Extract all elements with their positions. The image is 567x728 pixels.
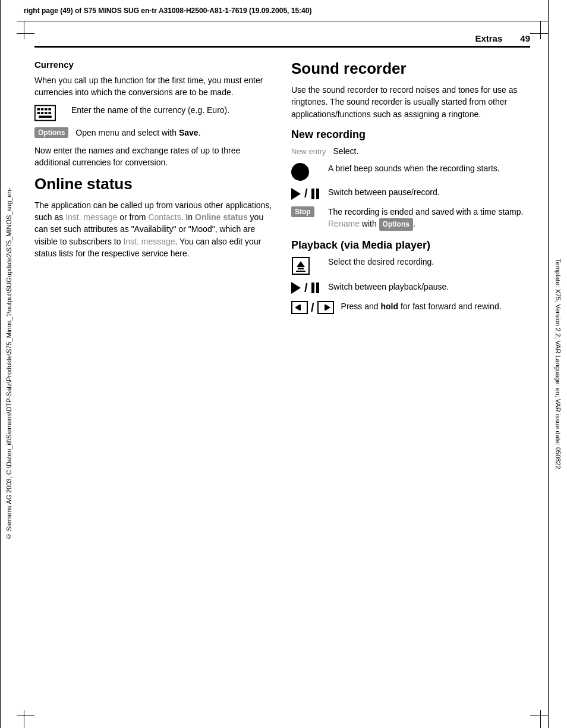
- svg-rect-13: [296, 271, 305, 272]
- online-status-heading: Online status: [34, 175, 273, 193]
- record-icon-cell: [291, 163, 321, 181]
- playback-play-pause-icons: /: [291, 281, 319, 295]
- playback-select-row: Select the desired recording.: [291, 256, 530, 275]
- options-badge: Options: [34, 127, 68, 138]
- page-header: Extras 49: [34, 33, 530, 48]
- svg-rect-3: [45, 108, 48, 110]
- upload-select-icon: [291, 256, 310, 275]
- svg-rect-5: [37, 112, 40, 114]
- record-circle-row: A brief beep sounds when the recording s…: [291, 163, 530, 181]
- pause-bar-right: [316, 189, 319, 199]
- slash-divider: /: [304, 187, 308, 200]
- playback-play-icon: [291, 282, 301, 294]
- ff-rew-text: Press and hold for fast forward and rewi…: [341, 301, 530, 313]
- sound-recorder-heading: Sound recorder: [291, 59, 530, 78]
- playback-play-pause-row: / Switch between playback/pause.: [291, 281, 530, 295]
- sidebar-left: © Siemens AG 2003, C:\Daten_itl\Siemens\…: [0, 0, 17, 728]
- page-number: 49: [520, 33, 530, 43]
- playback-heading: Playback (via Media player): [291, 239, 530, 252]
- play-icon: [291, 188, 301, 200]
- record-text: A brief beep sounds when the recording s…: [328, 163, 530, 175]
- svg-rect-8: [48, 112, 51, 114]
- pause-icon: [311, 189, 319, 199]
- page-header-title: Extras: [475, 33, 502, 43]
- stop-badge: Stop: [291, 206, 314, 217]
- stop-icon-cell: Stop: [291, 206, 321, 217]
- stop-text: The recording is ended and saved with a …: [328, 206, 530, 230]
- play-pause-row: / Switch between pause/record.: [291, 187, 530, 200]
- play-pause-icons: /: [291, 187, 319, 200]
- play-pause-icon-cell: /: [291, 187, 321, 200]
- playback-play-pause-text: Switch between playback/pause.: [328, 281, 530, 293]
- svg-marker-18: [326, 305, 330, 310]
- playback-pause-icon: [311, 283, 319, 293]
- svg-rect-4: [48, 108, 51, 110]
- currency-body2: Now enter the names and exchange rates o…: [34, 145, 273, 169]
- new-entry-text: Select.: [333, 146, 530, 158]
- svg-rect-6: [41, 112, 44, 114]
- new-entry-row: New entry Select.: [291, 146, 530, 158]
- keyboard-icon: [34, 105, 56, 121]
- currency-heading: Currency: [34, 59, 273, 70]
- top-bar: right page (49) of S75 MINOS SUG en-tr A…: [17, 0, 548, 21]
- sound-recorder-body: Use the sound recorder to record noises …: [291, 84, 530, 120]
- sidebar-left-text: © Siemens AG 2003, C:\Daten_itl\Siemens\…: [5, 188, 12, 540]
- ff-rew-slash: /: [311, 301, 314, 315]
- svg-rect-1: [37, 108, 40, 110]
- pause-bar-left: [311, 189, 314, 199]
- record-circle-icon: [291, 163, 309, 181]
- currency-keyboard-text: Enter the name of the currency (e.g. Eur…: [71, 105, 273, 117]
- new-recording-heading: New recording: [291, 128, 530, 141]
- svg-rect-9: [39, 115, 52, 118]
- playback-pause-bar-right: [316, 283, 319, 293]
- currency-body: When you call up the function for the fi…: [34, 74, 273, 99]
- left-column: Currency When you call up the function f…: [34, 59, 273, 321]
- options-button-cell: Options: [34, 127, 68, 138]
- currency-options-text: Open menu and select with Save.: [75, 127, 273, 139]
- fastforward-icon: [317, 301, 334, 314]
- stop-options-badge: Options: [379, 218, 413, 231]
- right-column: Sound recorder Use the sound recorder to…: [291, 59, 530, 321]
- ff-rew-icon-cell: /: [291, 301, 334, 315]
- svg-rect-12: [298, 268, 304, 269]
- top-bar-text: right page (49) of S75 MINOS SUG en-tr A…: [24, 7, 311, 15]
- svg-marker-15: [295, 305, 300, 310]
- keyboard-icon-cell: [34, 105, 64, 121]
- stop-row: Stop The recording is ended and saved wi…: [291, 206, 530, 230]
- currency-options-row: Options Open menu and select with Save.: [34, 127, 273, 139]
- sidebar-right: Template: X75, Version 2.2; VAR Language…: [548, 0, 567, 728]
- playback-play-pause-icon-cell: /: [291, 281, 321, 295]
- svg-rect-16: [300, 305, 301, 310]
- svg-rect-19: [325, 305, 326, 310]
- sidebar-right-text: Template: X75, Version 2.2; VAR Language…: [555, 259, 562, 469]
- play-pause-text: Switch between pause/record.: [328, 187, 530, 199]
- playback-select-icon-cell: [291, 256, 321, 275]
- playback-select-text: Select the desired recording.: [328, 256, 530, 268]
- ff-rew-row: / Press and hold for fast forward and re…: [291, 301, 530, 315]
- rewind-icon: [291, 301, 308, 314]
- playback-pause-bar-left: [311, 283, 314, 293]
- online-status-body: The application can be called up from va…: [34, 199, 273, 259]
- svg-rect-2: [41, 108, 44, 110]
- currency-keyboard-row: Enter the name of the currency (e.g. Eur…: [34, 105, 273, 121]
- main-content: Extras 49 Currency When you call up the …: [29, 21, 536, 716]
- two-column-layout: Currency When you call up the function f…: [34, 59, 530, 321]
- svg-marker-11: [297, 261, 305, 267]
- ff-rew-icons: /: [291, 301, 334, 315]
- playback-slash-divider: /: [304, 281, 308, 295]
- svg-rect-7: [45, 112, 48, 114]
- new-entry-label: New entry: [291, 147, 326, 156]
